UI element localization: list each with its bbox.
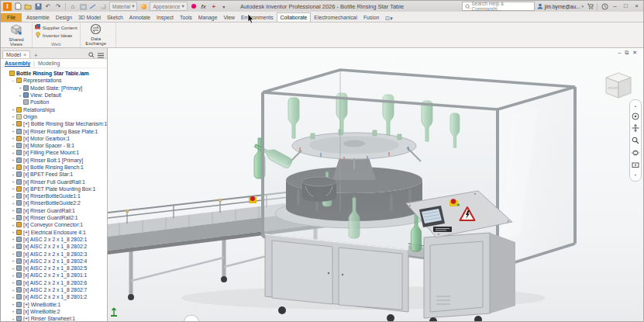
tree-item[interactable]: +[x] Rinser GuardRail:1	[1, 207, 107, 214]
customize-qat-chevron-icon[interactable]: ▾	[220, 2, 228, 10]
tree-item[interactable]: +[x] Rinser GuardRail2:1	[1, 214, 107, 221]
ribbon-tab-sketch[interactable]: Sketch	[104, 13, 126, 22]
tree-item[interactable]: +[x] BPET Plate Mounting Box:1	[1, 185, 107, 192]
tree-item[interactable]: +Relationships	[1, 106, 107, 113]
tree-item[interactable]: +[x] AISC 2 x 2 x 1_8 2801:1	[1, 272, 107, 279]
tree-item[interactable]: +[x] Motor Gearbox:1	[1, 135, 107, 142]
ribbon-tab-3d-model[interactable]: 3D Model	[75, 13, 104, 22]
expander-icon[interactable]: +	[10, 165, 16, 170]
expander-icon[interactable]: −	[10, 78, 16, 83]
ribbon-tab-fusion[interactable]: Fusion	[360, 13, 382, 22]
doc-close-button[interactable]: ✕	[632, 50, 637, 56]
navbar-expand-icon[interactable]: ▲	[634, 104, 637, 108]
panel-collapse-handle[interactable]	[184, 315, 199, 322]
expander-icon[interactable]: +	[10, 114, 16, 119]
expander-icon[interactable]: +	[10, 266, 16, 271]
app-store-icon[interactable]	[586, 2, 594, 10]
browser-search-icon[interactable]	[88, 52, 95, 58]
window-minimize-button[interactable]: –	[611, 2, 619, 10]
signed-in-user[interactable]: jim.byrne@au...▾	[537, 3, 584, 9]
insert-icon[interactable]	[79, 2, 87, 10]
ribbon-tab-tools[interactable]: Tools	[177, 13, 195, 22]
ribbon-tab-environments[interactable]: Environments	[238, 13, 277, 22]
3d-model-bottle-rinsing-machine[interactable]	[108, 48, 641, 322]
expander-icon[interactable]: +	[10, 302, 16, 306]
tree-item[interactable]: +Origin	[1, 113, 107, 120]
open-file-icon[interactable]	[24, 2, 32, 10]
tree-item[interactable]: +[x] AISC 2 x 2 x 1_8 2802:6	[1, 279, 107, 286]
tree-item[interactable]: +View: Default	[1, 92, 107, 99]
doc-restore-button[interactable]: ⧉	[625, 50, 629, 56]
ribbon-tab-file[interactable]: File	[1, 13, 22, 22]
zoom-icon[interactable]	[632, 137, 639, 144]
data-exchange-button[interactable]: Data Exchange	[83, 23, 109, 47]
tree-item[interactable]: +[+] Electrical Enclosure 4:1	[1, 229, 107, 236]
inventor-ideas-button[interactable]: Inventor Ideas	[35, 32, 77, 39]
tree-item[interactable]: +[x] AISC 2 x 2 x 1_8 2802:7	[1, 286, 107, 293]
full-navigation-wheel-icon[interactable]	[632, 113, 639, 120]
window-close-button[interactable]: ×	[632, 2, 641, 10]
expander-icon[interactable]: +	[10, 317, 16, 321]
ribbon-tab-manage[interactable]: Manage	[195, 13, 221, 22]
expander-icon[interactable]: +	[10, 223, 16, 227]
expander-icon[interactable]: +	[17, 85, 23, 90]
expander-icon[interactable]: +	[10, 179, 16, 184]
tree-item[interactable]: +[x] RinserBottleGuide2:2	[1, 199, 107, 206]
tree-item[interactable]: +[x] AISC 2 x 2 x 1_8 2802:5	[1, 265, 107, 272]
help-clock-icon[interactable]	[601, 2, 608, 10]
expander-icon[interactable]: +	[10, 295, 16, 299]
expander-icon[interactable]: +	[10, 158, 16, 162]
shared-views-button[interactable]: Shared Views	[3, 23, 29, 47]
orbit-icon[interactable]	[632, 149, 639, 157]
expander-icon[interactable]: +	[10, 136, 16, 140]
tree-item[interactable]: +[x] AISC 2 x 2 x 1_8 2802:4	[1, 258, 107, 265]
expander-icon[interactable]: +	[17, 93, 23, 98]
measure-icon[interactable]	[89, 2, 97, 10]
expander-icon[interactable]: +	[10, 144, 16, 148]
ribbon-tab-inspect[interactable]: Inspect	[153, 13, 177, 22]
expander-icon[interactable]: +	[10, 194, 16, 199]
expander-icon[interactable]: +	[10, 273, 16, 278]
expander-icon[interactable]: +	[10, 230, 16, 234]
expander-icon[interactable]: +	[10, 237, 16, 241]
supplier-content-button[interactable]: Supplier Content	[35, 24, 77, 31]
expander-icon[interactable]: +	[10, 201, 16, 206]
search-input[interactable]: Search Help & Commands...	[462, 2, 535, 11]
expander-icon[interactable]: +	[10, 258, 16, 263]
tree-item[interactable]: +[x] BPET Feed Star:1	[1, 171, 107, 178]
tree-item[interactable]: +[x] Rinser Full GuardRail:1	[1, 178, 107, 185]
expander-icon[interactable]: +	[10, 288, 16, 293]
ribbon-tab-design[interactable]: Design	[53, 13, 75, 22]
expander-icon[interactable]: +	[10, 244, 16, 249]
new-file-icon[interactable]	[14, 2, 22, 10]
switch-windows-icon[interactable]: ⊡▾	[382, 16, 395, 22]
expander-icon[interactable]: +	[10, 216, 16, 220]
ribbon-tab-electromechanical[interactable]: Electromechanical	[311, 13, 360, 22]
redo-icon[interactable]: ↷	[54, 2, 62, 10]
tree-item[interactable]: Position	[1, 99, 107, 106]
expander-icon[interactable]: +	[10, 251, 16, 256]
expander-icon[interactable]: +	[10, 122, 16, 126]
expander-icon[interactable]: +	[10, 280, 16, 285]
tree-item[interactable]: +[x] RinserBottleGuide1:1	[1, 192, 107, 199]
tree-item[interactable]: Bottle Rinsing Star Table.iam	[1, 70, 107, 77]
tree-item[interactable]: +[x] Motor Spacer - B:1	[1, 142, 107, 149]
browser-menu-icon[interactable]	[98, 53, 104, 58]
tree-item[interactable]: −Representations	[1, 77, 107, 84]
tree-item[interactable]: +[x] AISC 2 x 2 x 1_8 2802:1	[1, 236, 107, 243]
color-override-icon[interactable]	[190, 2, 198, 10]
tree-item[interactable]: +[x] Rinser Bolt:1 [Primary]	[1, 157, 107, 164]
browser-tab-model[interactable]: Model ×	[2, 50, 30, 58]
tree-item[interactable]: +[x] WineBottle:2	[1, 308, 107, 315]
tree-item[interactable]: +[+] Bottle Rinsing Star Mechanism:1	[1, 120, 107, 127]
home-icon[interactable]: ⌂	[69, 2, 77, 10]
doc-minimize-button[interactable]: ‒	[618, 50, 621, 56]
tree-item[interactable]: +[x] AISC 2 x 2 x 1_8 2802:3	[1, 250, 107, 257]
browser-mode-modeling[interactable]: Modeling	[38, 61, 60, 66]
expander-icon[interactable]: +	[10, 151, 16, 155]
ribbon-tab-annotate[interactable]: Annotate	[126, 13, 153, 22]
navbar-more-icon[interactable]: ▼	[634, 173, 637, 177]
tree-item[interactable]: +[x] Filling Piece Mount:1	[1, 149, 107, 156]
tree-item[interactable]: +[x] Conveyor Connector:1	[1, 221, 107, 228]
browser-mode-assembly[interactable]: Assembly	[5, 61, 30, 66]
